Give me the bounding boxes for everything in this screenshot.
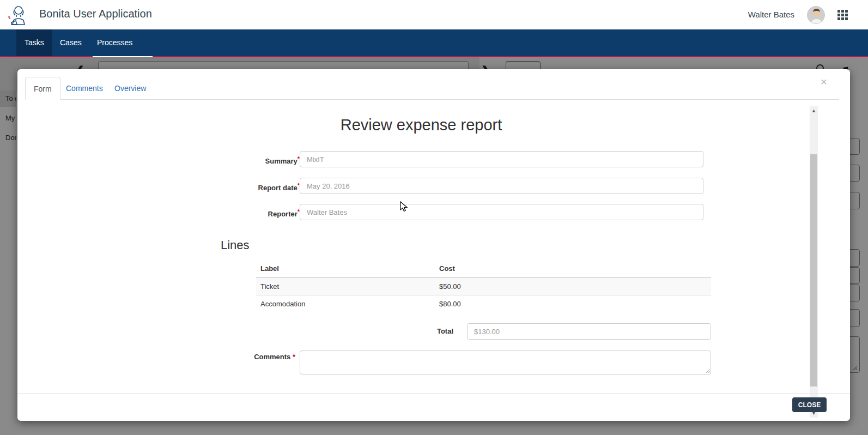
nav-tab-cases[interactable]: Cases <box>52 29 90 56</box>
resize-handle-icon <box>706 368 711 373</box>
scrollbar-thumb[interactable] <box>810 154 817 386</box>
report-date-input[interactable] <box>300 178 703 194</box>
main-nav: Tasks Cases Processes <box>0 29 868 56</box>
close-icon[interactable]: × <box>821 76 827 87</box>
comments-label: Comments * <box>208 353 295 361</box>
avatar[interactable] <box>807 6 825 24</box>
table-row[interactable]: Ticket $50.00 <box>256 277 711 295</box>
report-date-label: Report date* <box>223 182 300 192</box>
reporter-label: Reporter* <box>223 208 300 218</box>
required-asterisk: * <box>293 353 295 361</box>
line-label: Accomodation <box>256 295 435 313</box>
user-name[interactable]: Walter Bates <box>748 10 794 19</box>
total-label: Total <box>399 327 453 335</box>
nav-tab-tasks[interactable]: Tasks <box>16 29 52 56</box>
app-header: Bonita User Application Walter Bates <box>0 0 868 29</box>
apps-grid-icon[interactable] <box>837 10 848 20</box>
form-scrollbar[interactable]: ▲ ▼ <box>810 106 818 418</box>
nav-tab-processes[interactable]: Processes <box>89 29 141 56</box>
scroll-up-icon[interactable]: ▲ <box>810 106 818 115</box>
line-cost: $50.00 <box>435 277 711 295</box>
app-title: Bonita User Application <box>39 8 152 20</box>
task-form-modal: × Form Comments Overview Review expense … <box>17 69 850 421</box>
tab-comments[interactable]: Comments <box>58 77 111 100</box>
lines-col-label: Label <box>256 260 435 277</box>
comments-textarea[interactable] <box>300 351 711 374</box>
line-cost: $80.00 <box>435 295 711 313</box>
lines-col-cost: Cost <box>435 260 711 277</box>
form-title: Review expense report <box>131 116 712 134</box>
mouse-cursor <box>400 201 408 212</box>
summary-field-wrap <box>300 151 703 167</box>
total-field-wrap <box>467 323 711 340</box>
summary-label: Summary* <box>223 155 300 165</box>
reporter-field-wrap <box>300 204 703 220</box>
tab-overview[interactable]: Overview <box>106 77 154 100</box>
footer-divider <box>17 393 850 394</box>
table-row[interactable]: Accomodation $80.00 <box>256 295 711 313</box>
bonita-logo-icon <box>7 4 28 27</box>
lines-table: Label Cost Ticket $50.00 Accomodation $8… <box>256 260 711 312</box>
lines-heading: Lines <box>221 238 250 252</box>
line-label: Ticket <box>256 277 435 295</box>
close-button[interactable]: CLOSE <box>792 397 827 412</box>
tab-form[interactable]: Form <box>25 77 60 100</box>
total-input[interactable] <box>467 323 711 340</box>
avatar-photo <box>808 7 825 24</box>
report-date-field-wrap <box>300 178 703 194</box>
reporter-input[interactable] <box>300 204 703 220</box>
summary-input[interactable] <box>300 151 703 167</box>
logo-red-accent <box>9 16 10 19</box>
